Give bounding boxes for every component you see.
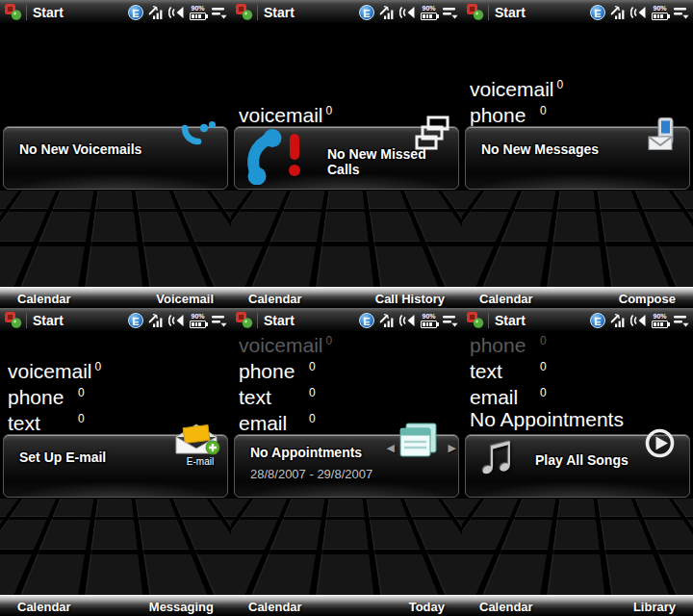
menu-icon[interactable] [673, 6, 689, 19]
list-item-email[interactable]: email0 [239, 220, 458, 246]
softkey-left[interactable]: Calendar [17, 600, 71, 614]
start-button[interactable]: Start [33, 5, 64, 20]
start-button[interactable]: Start [495, 5, 526, 20]
edge-connection-icon[interactable]: E [128, 313, 143, 328]
softkey-right[interactable]: Messaging [149, 600, 214, 614]
item-label: email [239, 410, 306, 436]
list-item-text[interactable]: text0 [8, 220, 227, 246]
list-item-play-all-songs[interactable]: Play All Songs [8, 528, 227, 554]
list-item-email[interactable]: email0 [470, 380, 689, 406]
list-item-voicemail[interactable]: voicemail0 [470, 72, 689, 98]
list-items-below: No Photos [470, 502, 689, 528]
edge-connection-icon[interactable]: E [590, 5, 605, 20]
list-items-above: voicemail0phone0 [470, 72, 689, 124]
menu-icon[interactable] [673, 314, 689, 327]
calendar-icon [397, 422, 439, 464]
softkey-left[interactable]: Calendar [248, 600, 302, 614]
battery-icon[interactable]: 90% [652, 313, 668, 328]
windows-flag-icon[interactable] [4, 311, 22, 329]
softkey-left[interactable]: Calendar [17, 292, 71, 306]
list-item-no-photos[interactable]: No Photos [8, 554, 227, 580]
item-count-badge: 0 [78, 386, 85, 399]
selected-item-banner[interactable]: E-mail Set Up E-mail [3, 434, 228, 498]
signal-strength-icon [379, 5, 395, 20]
speaker-icon[interactable] [399, 6, 416, 19]
speaker-icon[interactable] [630, 6, 647, 19]
list-items-above: voicemail0phone0text0 [8, 354, 227, 432]
battery-icon[interactable]: 90% [190, 5, 206, 20]
battery-icon[interactable]: 90% [190, 313, 206, 328]
previous-arrow-icon[interactable]: ◀ [387, 442, 395, 454]
speaker-icon[interactable] [399, 314, 416, 327]
next-arrow-icon[interactable]: ▶ [449, 442, 456, 454]
list-items-below: Play All SongsNo Photos [239, 502, 458, 554]
start-button[interactable]: Start [264, 5, 295, 20]
selected-item-banner[interactable]: ◀ ▶ No Appointments 28/8/2007 - 29/8/200… [234, 434, 459, 498]
list-item-text[interactable]: text0 [239, 380, 458, 406]
softkey-right[interactable]: Voicemail [156, 292, 214, 306]
list-item-text[interactable]: text0 [239, 194, 458, 220]
menu-icon[interactable] [442, 314, 458, 327]
speaker-icon[interactable] [168, 6, 185, 19]
list-item-no-photos[interactable]: No Photos [470, 502, 689, 528]
window-stack-icon[interactable] [414, 116, 450, 154]
windows-flag-icon[interactable] [466, 3, 484, 21]
statusbar-divider [26, 5, 27, 20]
item-count-badge: 0 [540, 334, 547, 347]
list-item-text[interactable]: text0 [470, 354, 689, 380]
softkey-left[interactable]: Calendar [479, 600, 533, 614]
item-count-badge: 0 [95, 360, 102, 373]
speaker-icon[interactable] [630, 314, 647, 327]
list-item-no-appointments[interactable]: No Appointments [8, 502, 227, 528]
menu-icon[interactable] [442, 6, 458, 19]
menu-icon[interactable] [211, 6, 227, 19]
missed-call-icon [243, 129, 318, 189]
windows-flag-icon[interactable] [466, 311, 484, 329]
item-count-badge: 0 [326, 104, 333, 117]
selected-item-banner[interactable]: No New Messages [465, 126, 690, 190]
start-button[interactable]: Start [495, 313, 526, 328]
edge-connection-icon[interactable]: E [590, 313, 605, 328]
status-bar: Start E 90% [0, 308, 231, 333]
windows-flag-icon[interactable] [235, 311, 253, 329]
list-item-email[interactable]: email0 [470, 194, 689, 220]
softkey-right[interactable]: Library [633, 600, 676, 614]
edge-connection-icon[interactable]: E [359, 313, 374, 328]
list-item-phone[interactable]: phone0 [8, 380, 227, 406]
play-button-icon[interactable] [644, 427, 676, 463]
windows-flag-icon[interactable] [4, 3, 22, 21]
list-item-phone[interactable]: phone0 [8, 194, 227, 220]
list-item-phone[interactable]: phone0 [239, 354, 458, 380]
edge-connection-icon[interactable]: E [359, 5, 374, 20]
list-item-no-photos[interactable]: No Photos [239, 528, 458, 554]
selected-item-banner[interactable]: No New Missed Calls [234, 126, 459, 190]
softkey-left[interactable]: Calendar [248, 292, 302, 306]
list-item-no-appointments[interactable]: No Appointments [239, 246, 458, 272]
list-item-play-all-songs[interactable]: Play All Songs [239, 502, 458, 528]
start-button[interactable]: Start [33, 313, 64, 328]
softkey-left[interactable]: Calendar [479, 292, 533, 306]
start-button[interactable]: Start [264, 313, 295, 328]
softkey-right[interactable]: Today [409, 600, 445, 614]
speaker-icon[interactable] [168, 314, 185, 327]
battery-icon[interactable]: 90% [652, 5, 668, 20]
item-count-badge: 0 [540, 104, 547, 117]
item-label: No Photos [239, 528, 333, 554]
home-screen-panel: Start E 90% [0, 0, 231, 308]
list-item-play-all-songs[interactable]: Play All Songs [470, 246, 689, 272]
windows-flag-icon[interactable] [235, 3, 253, 21]
list-item-email[interactable]: email0 [8, 246, 227, 272]
menu-icon[interactable] [211, 314, 227, 327]
selected-item-banner[interactable]: No New Voicemails [3, 126, 228, 190]
item-label: No Photos [470, 502, 564, 528]
selected-item-banner[interactable]: ♫ Play All Songs [465, 434, 690, 498]
softkey-right[interactable]: Compose [619, 292, 676, 306]
softkey-right[interactable]: Call History [375, 292, 445, 306]
edge-connection-icon[interactable]: E [128, 5, 143, 20]
battery-icon[interactable]: 90% [421, 313, 437, 328]
battery-icon[interactable]: 90% [421, 5, 437, 20]
list-item-voicemail[interactable]: voicemail0 [8, 354, 227, 380]
email-new-icon [173, 424, 221, 459]
list-item-no-appointments[interactable]: No Appointments [470, 220, 689, 246]
phone-message-icon [647, 117, 678, 154]
